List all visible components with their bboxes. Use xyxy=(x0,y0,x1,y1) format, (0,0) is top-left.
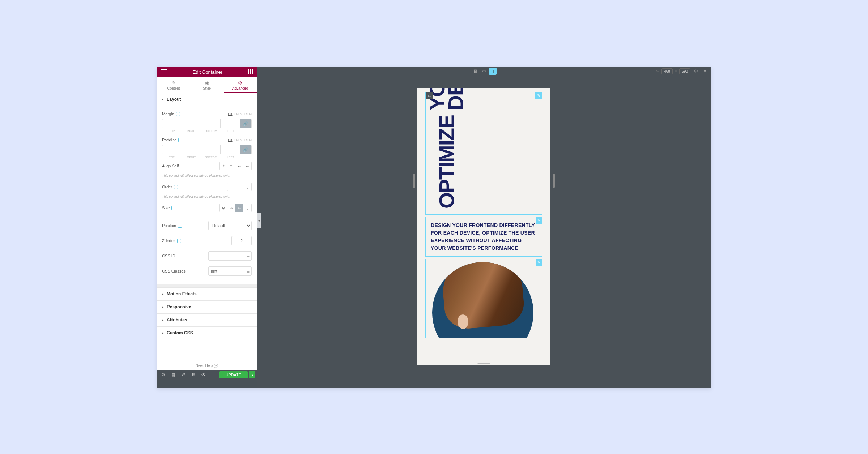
padding-units[interactable]: PXEM%REM xyxy=(228,138,252,142)
cssid-input[interactable] xyxy=(208,251,252,261)
caret-right-icon: ▸ xyxy=(162,292,164,296)
caret-down-icon: ▾ xyxy=(162,98,164,101)
sidebar-header: Edit Container xyxy=(157,67,257,77)
padding-bottom[interactable] xyxy=(201,145,221,154)
canvas: ◂ ▭ ✎ OPTIMIZE YOUR DESIGN ✎ DESIGN YOUR… xyxy=(257,76,711,388)
navigator-icon[interactable]: ▦ xyxy=(169,371,178,378)
order-more[interactable]: ⋮ xyxy=(243,183,251,191)
order-start[interactable]: ↑ xyxy=(227,183,235,191)
edit-element-icon[interactable]: ✎ xyxy=(535,92,542,99)
padding-link-icon[interactable]: 🔗 xyxy=(240,145,251,154)
cssid-label: CSS ID xyxy=(162,254,175,258)
menu-icon[interactable] xyxy=(161,69,167,74)
width-value[interactable]: 468 xyxy=(661,68,673,74)
resize-handle-left[interactable] xyxy=(413,174,415,188)
size-shrink[interactable]: ⇥ xyxy=(227,204,235,212)
margin-left[interactable] xyxy=(221,119,240,128)
padding-right[interactable] xyxy=(182,145,201,154)
preview-frame: ▭ ✎ OPTIMIZE YOUR DESIGN ✎ DESIGN YOUR F… xyxy=(417,88,550,365)
gear-icon: ⚙ xyxy=(238,80,242,86)
update-options-icon[interactable]: ▴ xyxy=(249,371,255,378)
scrollbar[interactable] xyxy=(477,363,490,364)
settings-icon[interactable]: ⚙ xyxy=(158,371,168,378)
caret-right-icon: ▸ xyxy=(162,305,164,309)
device-mobile-icon[interactable]: ▯ xyxy=(489,68,497,75)
height-value[interactable]: 690 xyxy=(679,68,690,74)
preview-container-subtext[interactable]: ✎ DESIGN YOUR FRONTEND DIFFERENTLY FOR E… xyxy=(425,217,542,257)
zindex-input[interactable] xyxy=(231,236,252,245)
section-customcss[interactable]: ▸Custom CSS xyxy=(157,326,257,339)
responsive-icon[interactable] xyxy=(178,138,182,142)
device-desktop-icon[interactable]: 🖥 xyxy=(471,68,479,75)
tab-content[interactable]: ✎Content xyxy=(157,77,190,93)
section-attributes[interactable]: ▸Attributes xyxy=(157,313,257,326)
order-buttons: ↑ ↓ ⋮ xyxy=(227,183,252,191)
tab-style[interactable]: ◉Style xyxy=(190,77,224,93)
hero-heading: OPTIMIZE YOUR DESIGN xyxy=(428,97,465,209)
resize-handle-right[interactable] xyxy=(553,174,555,188)
order-help: This control will affect contained eleme… xyxy=(162,194,252,201)
margin-bottom[interactable] xyxy=(201,119,221,128)
pencil-icon: ✎ xyxy=(172,80,176,86)
edit-element-icon[interactable]: ✎ xyxy=(536,259,542,266)
margin-top[interactable] xyxy=(162,119,182,128)
padding-inputs: 🔗 xyxy=(162,145,252,154)
align-self-label: Align Self xyxy=(162,164,179,168)
help-icon: ? xyxy=(214,364,218,368)
tab-advanced[interactable]: ⚙Advanced xyxy=(224,77,257,93)
preview-icon[interactable]: 👁 xyxy=(199,371,208,378)
dynamic-icon[interactable]: ≣ xyxy=(247,254,250,258)
align-help: This control will affect contained eleme… xyxy=(162,173,252,180)
padding-top[interactable] xyxy=(162,145,182,154)
section-layout[interactable]: ▾Layout xyxy=(157,93,257,106)
align-center[interactable]: ≡ xyxy=(227,162,235,170)
need-help-link[interactable]: Need Help? xyxy=(157,361,257,370)
preview-container-image[interactable]: ✎ xyxy=(425,259,542,338)
margin-link-icon[interactable]: 🔗 xyxy=(240,119,251,128)
section-motion[interactable]: ▸Motion Effects xyxy=(157,287,257,300)
update-button[interactable]: UPDATE xyxy=(219,371,248,378)
responsive-icon[interactable] xyxy=(176,112,180,116)
size-label: Size xyxy=(162,206,170,210)
responsive-icon[interactable] xyxy=(171,206,175,210)
size-custom[interactable]: ⋮ xyxy=(243,204,251,212)
size-grow[interactable]: ⇤ xyxy=(235,204,243,212)
panel-tabs: ✎Content ◉Style ⚙Advanced xyxy=(157,77,257,93)
edit-element-icon[interactable]: ✎ xyxy=(536,217,542,224)
caret-right-icon: ▸ xyxy=(162,331,164,335)
padding-left[interactable] xyxy=(221,145,240,154)
align-start[interactable]: ↥ xyxy=(220,162,227,170)
container-grab-icon[interactable]: ▭ xyxy=(426,92,433,99)
width-label: W xyxy=(656,69,660,73)
droplet-icon: ◉ xyxy=(205,80,209,86)
preview-container-hero[interactable]: ▭ ✎ OPTIMIZE YOUR DESIGN xyxy=(425,92,542,215)
dynamic-icon[interactable]: ≣ xyxy=(247,269,250,273)
align-stretch[interactable]: ⇔ xyxy=(243,162,251,170)
cssclasses-input[interactable] xyxy=(208,266,252,276)
responsive-icon[interactable] xyxy=(177,239,181,243)
size-none[interactable]: ⊘ xyxy=(220,204,227,212)
responsive-mode-icon[interactable]: 🖥 xyxy=(189,371,198,378)
position-select[interactable]: Default xyxy=(208,221,252,230)
order-end[interactable]: ↓ xyxy=(235,183,243,191)
margin-label: Margin xyxy=(162,112,174,116)
zindex-label: Z-Index xyxy=(162,239,175,243)
height-label: H xyxy=(675,69,677,73)
margin-units[interactable]: PXEM%REM xyxy=(228,112,252,116)
responsive-icon[interactable] xyxy=(178,224,182,228)
responsive-icon[interactable] xyxy=(174,185,178,189)
align-end[interactable]: ↤ xyxy=(235,162,243,170)
section-responsive[interactable]: ▸Responsive xyxy=(157,300,257,313)
close-icon[interactable]: ✕ xyxy=(702,69,708,74)
device-tablet-icon[interactable]: ▭ xyxy=(480,68,488,75)
panel-title: Edit Container xyxy=(193,69,222,75)
panel-collapse-icon[interactable]: ◂ xyxy=(257,213,261,228)
panel-body: ▾Layout Margin PXEM%REM 🔗 TOPRIGHTBOTTOM… xyxy=(157,93,257,361)
order-label: Order xyxy=(162,185,172,189)
caret-right-icon: ▸ xyxy=(162,318,164,322)
settings-icon[interactable]: ⚙ xyxy=(693,69,699,74)
padding-label: Padding xyxy=(162,138,176,142)
margin-right[interactable] xyxy=(182,119,201,128)
widgets-icon[interactable] xyxy=(248,69,253,74)
history-icon[interactable]: ↺ xyxy=(179,371,188,378)
